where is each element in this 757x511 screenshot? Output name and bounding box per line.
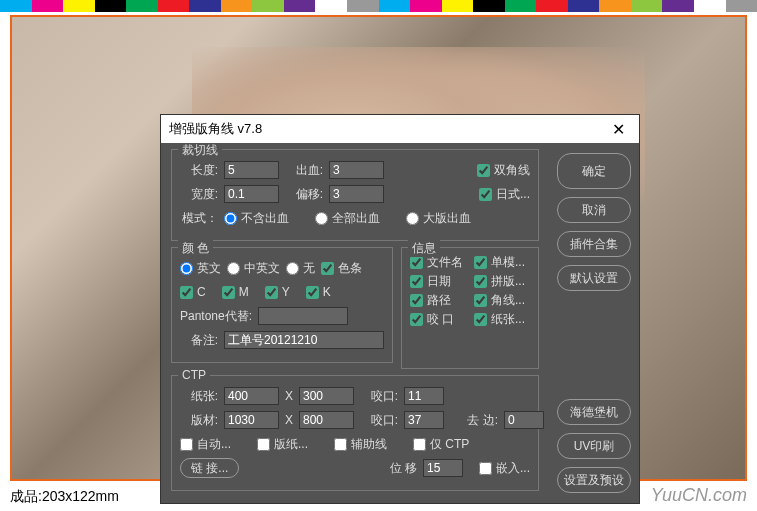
english-label: 英文 [197,260,221,277]
width-label: 宽度: [180,186,218,203]
crop-group-title: 裁切线 [178,143,222,159]
guide-checkbox[interactable] [334,438,347,451]
bite2-label: 咬口: [360,412,398,429]
offset-label: 偏移: [285,186,323,203]
trim-label: 去 边: [460,412,498,429]
info-group-title: 信息 [408,240,440,257]
x-label-2: X [285,413,293,427]
mode-none-radio[interactable] [224,212,237,225]
crop-marks-dialog: 增强版角线 v7.8 ✕ 裁切线 长度: 出血: 双角线 宽度: 偏移: [160,114,640,504]
width-input[interactable] [224,185,279,203]
corner-checkbox[interactable] [474,294,487,307]
bite2-input[interactable] [404,411,444,429]
colorbar-label: 色条 [338,260,362,277]
none-label: 无 [303,260,315,277]
double-line-checkbox[interactable] [477,164,490,177]
platepaper-checkbox[interactable] [257,438,270,451]
offset-input[interactable] [329,185,384,203]
mode-big-label: 大版出血 [423,210,471,227]
c-label: C [197,285,206,299]
mode-all-label: 全部出血 [332,210,380,227]
ctp-group-title: CTP [178,368,210,382]
plugins-button[interactable]: 插件合集 [557,231,631,257]
cancel-button[interactable]: 取消 [557,197,631,223]
bite1-label: 咬口: [360,388,398,405]
ctp-group: CTP 纸张: X 咬口: 版材: X 咬口: 去 边: [171,375,539,491]
mode-all-radio[interactable] [315,212,328,225]
pantone-input[interactable] [258,307,348,325]
japanese-checkbox[interactable] [479,188,492,201]
dialog-titlebar: 增强版角线 v7.8 ✕ [161,115,639,143]
date-checkbox[interactable] [410,275,423,288]
note-input[interactable] [224,331,384,349]
shift-input[interactable] [423,459,463,477]
color-registration-bar [0,0,757,12]
trim-input[interactable] [504,411,544,429]
mode-label: 模式： [180,210,218,227]
paper-h-input[interactable] [299,387,354,405]
info-group: 信息 文件名 单模... 日期 拼版... 路径 角线... 咬 口 纸张... [401,247,539,369]
date-label: 日期 [427,273,451,290]
japanese-label: 日式... [496,186,530,203]
none-radio[interactable] [286,262,299,275]
puzzle-checkbox[interactable] [474,275,487,288]
paper-w-input[interactable] [224,387,279,405]
k-label: K [323,285,331,299]
only-ctp-label: 仅 CTP [430,436,469,453]
english-radio[interactable] [180,262,193,275]
watermark-text: YuuCN.com [651,485,747,506]
dialog-title: 增强版角线 v7.8 [169,120,606,138]
guide-label: 辅助线 [351,436,387,453]
crop-group: 裁切线 长度: 出血: 双角线 宽度: 偏移: 日式... 模式： [171,149,539,241]
y-checkbox[interactable] [265,286,278,299]
path-label: 路径 [427,292,451,309]
plate-label: 版材: [180,412,218,429]
bleed-input[interactable] [329,161,384,179]
length-input[interactable] [224,161,279,179]
pantone-label: Pantone代替: [180,308,252,325]
defaults-button[interactable]: 默认设置 [557,265,631,291]
uv-button[interactable]: UV印刷 [557,433,631,459]
y-label: Y [282,285,290,299]
single-checkbox[interactable] [474,256,487,269]
k-checkbox[interactable] [306,286,319,299]
bite-label: 咬 口 [427,311,454,328]
corner-label: 角线... [491,292,525,309]
ctp-paper-label: 纸张: [180,388,218,405]
bite1-input[interactable] [404,387,444,405]
ok-button[interactable]: 确定 [557,153,631,189]
puzzle-label: 拼版... [491,273,525,290]
single-label: 单模... [491,254,525,271]
filename-checkbox[interactable] [410,256,423,269]
paper-label: 纸张... [491,311,525,328]
status-size: 成品:203x122mm [10,488,119,506]
embed-label: 嵌入... [496,460,530,477]
color-group: 颜 色 英文 中英文 无 色条 C M Y K Pantone代替: [171,247,393,363]
x-label-1: X [285,389,293,403]
path-checkbox[interactable] [410,294,423,307]
plate-h-input[interactable] [299,411,354,429]
cnen-label: 中英文 [244,260,280,277]
platepaper-label: 版纸... [274,436,308,453]
plate-w-input[interactable] [224,411,279,429]
c-checkbox[interactable] [180,286,193,299]
cnen-radio[interactable] [227,262,240,275]
note-label: 备注: [180,332,218,349]
colorbar-checkbox[interactable] [321,262,334,275]
only-ctp-checkbox[interactable] [413,438,426,451]
color-group-title: 颜 色 [178,240,213,257]
paper-checkbox[interactable] [474,313,487,326]
link-button[interactable]: 链 接... [180,458,239,478]
heidelberg-button[interactable]: 海德堡机 [557,399,631,425]
auto-checkbox[interactable] [180,438,193,451]
preset-button[interactable]: 设置及预设 [557,467,631,493]
mode-none-label: 不含出血 [241,210,289,227]
m-checkbox[interactable] [222,286,235,299]
embed-checkbox[interactable] [479,462,492,475]
auto-label: 自动... [197,436,231,453]
mode-big-radio[interactable] [406,212,419,225]
bite-checkbox[interactable] [410,313,423,326]
close-icon[interactable]: ✕ [606,120,631,139]
m-label: M [239,285,249,299]
bleed-label: 出血: [285,162,323,179]
